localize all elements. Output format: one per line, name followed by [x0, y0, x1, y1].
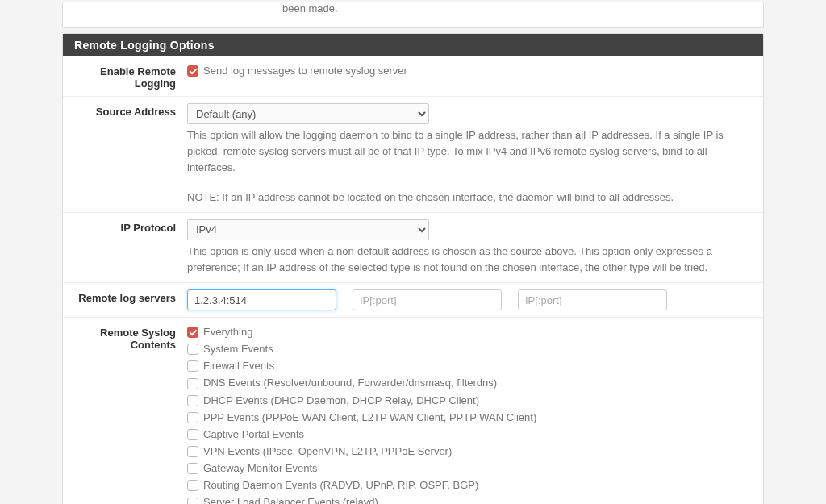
enable-remote-logging-label: Send log messages to remote syslog serve… — [203, 63, 407, 79]
syslog-content-item[interactable]: System Events — [187, 341, 752, 357]
syslog-content-label: PPP Events (PPPoE WAN Client, L2TP WAN C… — [203, 410, 536, 426]
syslog-content-label: DNS Events (Resolver/unbound, Forwarder/… — [203, 375, 497, 391]
syslog-content-item[interactable]: Gateway Monitor Events — [187, 460, 752, 477]
label-remote-log-servers: Remote log servers — [74, 289, 187, 304]
row-source-address: Source Address Default (any) This option… — [63, 97, 763, 213]
label-enable-remote-logging: Enable Remote Logging — [74, 63, 187, 90]
syslog-content-item[interactable]: Firewall Events — [187, 358, 752, 374]
syslog-content-item[interactable]: DHCP Events (DHCP Daemon, DHCP Relay, DH… — [187, 393, 752, 409]
syslog-content-label: Routing Daemon Events (RADVD, UPnP, RIP,… — [203, 477, 478, 494]
syslog-content-item[interactable]: VPN Events (IPsec, OpenVPN, L2TP, PPPoE … — [187, 444, 752, 460]
row-remote-log-servers: Remote log servers — [63, 283, 763, 318]
syslog-content-item[interactable]: Everything — [187, 324, 752, 340]
syslog-content-label: Firewall Events — [203, 358, 274, 374]
row-remote-syslog-contents: Remote Syslog Contents EverythingSystem … — [63, 318, 763, 504]
syslog-content-checkbox[interactable] — [187, 463, 198, 474]
source-address-select[interactable]: Default (any) — [187, 103, 429, 124]
ip-protocol-select[interactable]: IPv4 — [187, 219, 429, 240]
syslog-content-checkbox[interactable] — [187, 395, 198, 406]
syslog-content-checkbox[interactable] — [187, 344, 198, 355]
syslog-content-label: DHCP Events (DHCP Daemon, DHCP Relay, DH… — [203, 393, 479, 409]
remote-server-1-input[interactable] — [187, 289, 336, 310]
row-enable-remote-logging: Enable Remote Logging Send log messages … — [63, 56, 763, 97]
syslog-content-label: Captive Portal Events — [203, 427, 304, 443]
syslog-content-checkbox[interactable] — [187, 412, 198, 423]
remote-logging-panel: Remote Logging Options Enable Remote Log… — [62, 33, 764, 504]
previous-panel-fragment: been made. — [62, 2, 764, 28]
syslog-content-checkbox[interactable] — [187, 480, 198, 491]
syslog-content-label: Everything — [203, 324, 252, 340]
label-source-address: Source Address — [74, 103, 187, 118]
syslog-content-label: Gateway Monitor Events — [203, 460, 318, 477]
row-ip-protocol: IP Protocol IPv4 This option is only use… — [63, 213, 763, 283]
remote-server-3-input[interactable] — [518, 289, 667, 310]
label-ip-protocol: IP Protocol — [74, 219, 187, 234]
syslog-content-checkbox[interactable] — [187, 327, 198, 338]
previous-help-fragment: been made. — [282, 2, 750, 23]
syslog-content-item[interactable]: PPP Events (PPPoE WAN Client, L2TP WAN C… — [187, 410, 752, 426]
enable-remote-logging-checkbox-wrap[interactable]: Send log messages to remote syslog serve… — [187, 63, 752, 79]
syslog-content-checkbox[interactable] — [187, 446, 198, 457]
panel-heading: Remote Logging Options — [63, 34, 763, 56]
syslog-content-label: Server Load Balancer Events (relayd) — [203, 494, 378, 504]
ip-protocol-help: This option is only used when a non-defa… — [187, 244, 752, 276]
remote-server-2-input[interactable] — [353, 289, 502, 310]
syslog-content-checkbox[interactable] — [187, 498, 198, 505]
syslog-content-label: System Events — [203, 341, 273, 357]
syslog-content-checkbox[interactable] — [187, 378, 198, 389]
syslog-content-item[interactable]: Server Load Balancer Events (relayd) — [187, 494, 752, 504]
syslog-content-item[interactable]: DNS Events (Resolver/unbound, Forwarder/… — [187, 375, 752, 391]
syslog-content-checkbox[interactable] — [187, 429, 198, 440]
source-address-help-1: This option will allow the logging daemo… — [187, 127, 752, 176]
syslog-content-label: VPN Events (IPsec, OpenVPN, L2TP, PPPoE … — [203, 444, 452, 460]
source-address-help-2: NOTE: If an IP address cannot be located… — [187, 190, 752, 206]
syslog-content-item[interactable]: Routing Daemon Events (RADVD, UPnP, RIP,… — [187, 477, 752, 494]
label-remote-syslog-contents: Remote Syslog Contents — [74, 324, 187, 351]
syslog-content-item[interactable]: Captive Portal Events — [187, 427, 752, 443]
syslog-content-checkbox[interactable] — [187, 360, 198, 372]
enable-remote-logging-checkbox[interactable] — [187, 65, 198, 77]
